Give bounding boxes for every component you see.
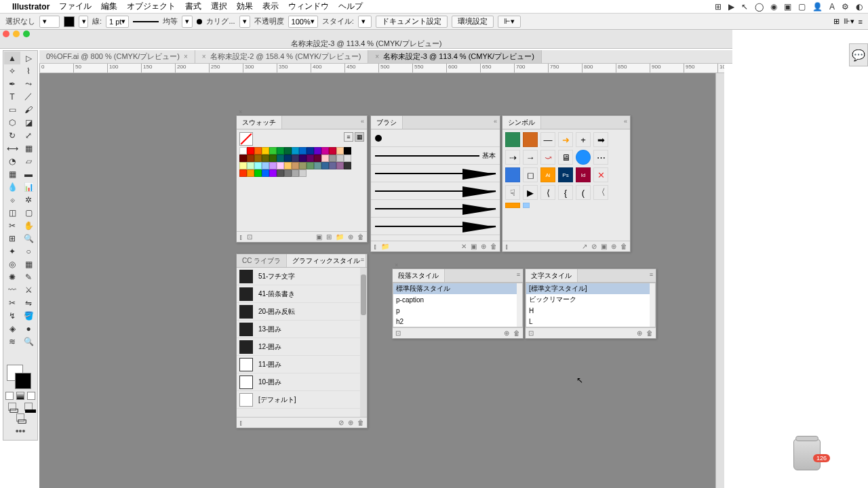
- swatch[interactable]: [307, 162, 314, 169]
- swatch[interactable]: [344, 155, 351, 162]
- line-tool[interactable]: ／: [20, 90, 37, 103]
- symbol-item[interactable]: —: [540, 132, 555, 147]
- measure-tool[interactable]: 📊: [20, 180, 37, 193]
- symbol-item[interactable]: [505, 167, 520, 182]
- document-tab[interactable]: ×名称未設定-3 @ 113.4 % (CMYK/プレビュー): [368, 50, 542, 63]
- align-button[interactable]: ⊩▾: [498, 16, 521, 28]
- swatch[interactable]: [247, 147, 254, 155]
- screen-mode-full[interactable]: ▬: [24, 403, 33, 411]
- symbol-item[interactable]: ▶: [523, 185, 538, 200]
- minimize-window-icon[interactable]: [13, 30, 20, 37]
- collapsed-chat-panel[interactable]: 💬: [849, 43, 868, 66]
- graphic-style-row[interactable]: 12-囲み: [237, 338, 367, 356]
- swatch[interactable]: [314, 155, 321, 162]
- swatch[interactable]: [239, 162, 247, 169]
- remove-stroke-icon[interactable]: ✕: [461, 243, 467, 250]
- tray-icon[interactable]: ⚙: [842, 2, 849, 12]
- graphic-style-row[interactable]: [デフォルト]: [237, 391, 367, 409]
- symbol-item[interactable]: [576, 150, 591, 165]
- doc-setup-button[interactable]: ドキュメント設定: [376, 16, 448, 28]
- swatch[interactable]: [321, 147, 329, 155]
- graphic-style-row[interactable]: 20-囲み反転: [237, 303, 367, 321]
- place-icon[interactable]: ↗: [582, 243, 587, 250]
- symbol-item[interactable]: Ps: [558, 167, 573, 182]
- graphic-style-row[interactable]: 51-フチ文字: [237, 268, 367, 285]
- symbol-item[interactable]: Ai: [540, 167, 555, 182]
- workspace-icon[interactable]: ⊞: [833, 17, 840, 26]
- menu-window[interactable]: ウィンドウ: [288, 1, 329, 12]
- scrollbar[interactable]: [517, 283, 522, 327]
- hand-tool[interactable]: ✋: [20, 219, 37, 232]
- document-tab[interactable]: ×名称未設定-2 @ 158.4 % (CMYK/プレビュー): [195, 50, 369, 63]
- tray-icon[interactable]: ◉: [770, 2, 777, 12]
- ellipse-tool[interactable]: ○: [20, 245, 37, 258]
- swatch[interactable]: [336, 162, 344, 169]
- swatch[interactable]: [269, 169, 277, 177]
- folder-icon[interactable]: 📁: [381, 243, 389, 250]
- swatch[interactable]: [292, 169, 299, 177]
- type-tool[interactable]: T: [4, 90, 20, 103]
- new-style-icon[interactable]: ⊕: [504, 329, 509, 337]
- delete-icon[interactable]: 🗑: [513, 329, 520, 337]
- close-icon[interactable]: ×: [395, 262, 398, 268]
- swatch-options-icon[interactable]: ▣: [316, 233, 322, 241]
- graphic-style-row[interactable]: 11-囲み: [237, 356, 367, 373]
- swatch[interactable]: [292, 147, 299, 155]
- swatch[interactable]: [269, 155, 277, 162]
- swatch[interactable]: [329, 155, 336, 162]
- collapse-icon[interactable]: «: [624, 118, 627, 125]
- swatch[interactable]: [299, 155, 307, 162]
- new-swatch-icon[interactable]: ⊕: [348, 233, 353, 241]
- delete-icon[interactable]: 🗑: [620, 243, 627, 250]
- symbol-item[interactable]: [523, 203, 530, 208]
- symbol-item[interactable]: +: [576, 132, 591, 147]
- close-icon[interactable]: ×: [375, 53, 379, 60]
- swatch[interactable]: [247, 162, 254, 169]
- curvature-tool[interactable]: ⤳: [20, 77, 37, 90]
- grid-view-icon[interactable]: ▦: [355, 132, 364, 142]
- color-mode-none[interactable]: [27, 392, 35, 400]
- reshape-tool[interactable]: ↯: [4, 309, 20, 322]
- scissors-tool[interactable]: ✂: [4, 296, 20, 309]
- menu-effect[interactable]: 効果: [237, 1, 253, 12]
- fill-dropdown[interactable]: ▾: [39, 16, 60, 28]
- style-row[interactable]: 標準段落スタイル: [393, 283, 522, 294]
- panel-icon[interactable]: ≡: [859, 18, 863, 26]
- width-tool[interactable]: ⟷: [4, 142, 20, 155]
- edit-toolbar-icon[interactable]: •••: [4, 423, 37, 439]
- symbol-item[interactable]: ➡: [593, 132, 608, 147]
- brush-item[interactable]: 基本: [371, 147, 500, 165]
- swatch[interactable]: [269, 147, 277, 155]
- scrollbar[interactable]: [360, 268, 367, 417]
- symbol-item[interactable]: ⋯: [593, 150, 608, 165]
- live-paint-selection-tool[interactable]: ◈: [4, 322, 20, 335]
- color-mode-gradient[interactable]: [16, 392, 24, 400]
- scrollbar[interactable]: [650, 283, 655, 327]
- swatch[interactable]: [284, 162, 292, 169]
- perspective-tool[interactable]: ▱: [20, 155, 37, 167]
- library-icon[interactable]: ⫿: [239, 233, 243, 241]
- stroke-weight[interactable]: 1 pt ▾: [106, 16, 129, 28]
- style-row[interactable]: [標準文字スタイル]: [526, 283, 655, 294]
- close-icon[interactable]: ×: [239, 108, 242, 115]
- flare-tool[interactable]: ✺: [4, 270, 20, 283]
- menu-view[interactable]: 表示: [262, 1, 279, 12]
- break-link-icon[interactable]: ⊘: [591, 243, 597, 250]
- brushes-tab[interactable]: ブラシ: [371, 116, 403, 129]
- stroke-dropdown[interactable]: ▾: [79, 16, 88, 28]
- symbol-item[interactable]: ⟨: [540, 185, 555, 200]
- swatch[interactable]: [292, 162, 299, 169]
- app-name[interactable]: Illustrator: [12, 2, 50, 12]
- slice-tool[interactable]: ✂: [4, 219, 20, 232]
- tray-icon[interactable]: ⊞: [715, 2, 722, 12]
- brush-item[interactable]: [371, 129, 500, 147]
- character-styles-tab[interactable]: 文字スタイル: [526, 269, 578, 282]
- brush-item[interactable]: [371, 200, 500, 218]
- style-row[interactable]: ビックリマーク: [526, 294, 655, 305]
- pencil-tool[interactable]: ✎: [20, 270, 37, 283]
- style-row[interactable]: L: [526, 316, 655, 327]
- symbol-item[interactable]: ✕: [593, 167, 608, 182]
- swatch[interactable]: [239, 147, 247, 155]
- new-style-icon[interactable]: ⊕: [637, 329, 642, 337]
- swatch[interactable]: [262, 162, 269, 169]
